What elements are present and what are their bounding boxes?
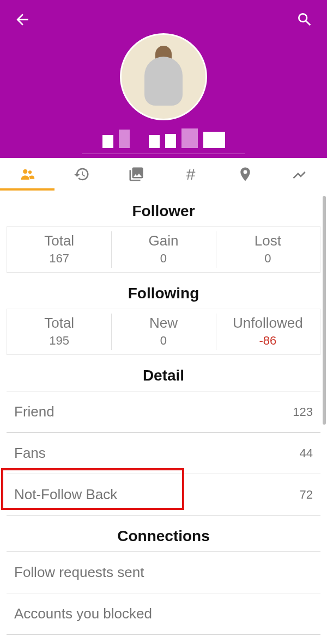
search-button[interactable] [296,11,313,30]
detail-title: Detail [7,355,320,391]
svg-point-0 [23,169,27,174]
back-button[interactable] [14,11,31,30]
main-content: Follower Total 167 Gain 0 Lost 0 Followi… [0,191,327,635]
profile-header [0,0,327,158]
stat-value: 167 [7,252,111,266]
avatar-container [0,33,327,120]
detail-label: Not-Follow Back [14,486,117,503]
header-top-bar [0,5,327,30]
connections-list: Follow requests sent Accounts you blocke… [7,551,320,635]
connections-title: Connections [7,516,320,551]
tab-media[interactable] [109,158,164,191]
tab-people[interactable] [0,158,55,191]
hashtag-icon: # [186,165,196,183]
tab-history[interactable] [55,158,109,191]
avatar[interactable] [120,33,207,120]
connections-blocked[interactable]: Accounts you blocked [7,593,320,635]
detail-not-follow-back[interactable]: Not-Follow Back 72 [7,474,320,516]
following-total[interactable]: Total 195 [7,309,111,354]
tabs-bar: # [0,158,327,191]
detail-label: Follow requests sent [14,564,144,581]
follower-title: Follower [7,191,320,226]
svg-point-1 [28,170,32,174]
detail-value: 72 [300,488,313,502]
username-redacted [0,128,327,148]
following-title: Following [7,273,320,309]
detail-value: 123 [293,405,313,419]
stat-value: 0 [216,252,320,266]
tab-location[interactable] [218,158,272,191]
stat-label: Lost [216,232,320,249]
follower-total[interactable]: Total 167 [7,227,111,272]
connections-follow-requests[interactable]: Follow requests sent [7,552,320,593]
detail-fans[interactable]: Fans 44 [7,433,320,474]
scrollbar[interactable] [323,196,326,425]
detail-label: Friend [14,403,55,420]
following-unfollowed[interactable]: Unfollowed -86 [216,309,320,354]
follower-lost[interactable]: Lost 0 [216,227,320,272]
detail-label: Fans [14,445,46,462]
detail-list: Friend 123 Fans 44 Not-Follow Back 72 [7,391,320,516]
following-new[interactable]: New 0 [111,309,215,354]
detail-friend[interactable]: Friend 123 [7,391,320,433]
stat-label: Total [7,315,111,332]
stat-label: Total [7,232,111,249]
follower-stats: Total 167 Gain 0 Lost 0 [7,226,320,273]
tab-trends[interactable] [272,158,327,191]
stat-label: Gain [111,232,215,249]
stat-label: Unfollowed [216,315,320,332]
stat-value: 195 [7,334,111,348]
header-underline [82,154,245,154]
stat-value: -86 [216,334,320,348]
stat-label: New [111,315,215,332]
tab-hashtag[interactable]: # [164,158,218,191]
stat-value: 0 [111,252,215,266]
stat-value: 0 [111,334,215,348]
detail-value: 44 [300,446,313,461]
follower-gain[interactable]: Gain 0 [111,227,215,272]
following-stats: Total 195 New 0 Unfollowed -86 [7,309,320,355]
detail-label: Accounts you blocked [14,605,152,622]
